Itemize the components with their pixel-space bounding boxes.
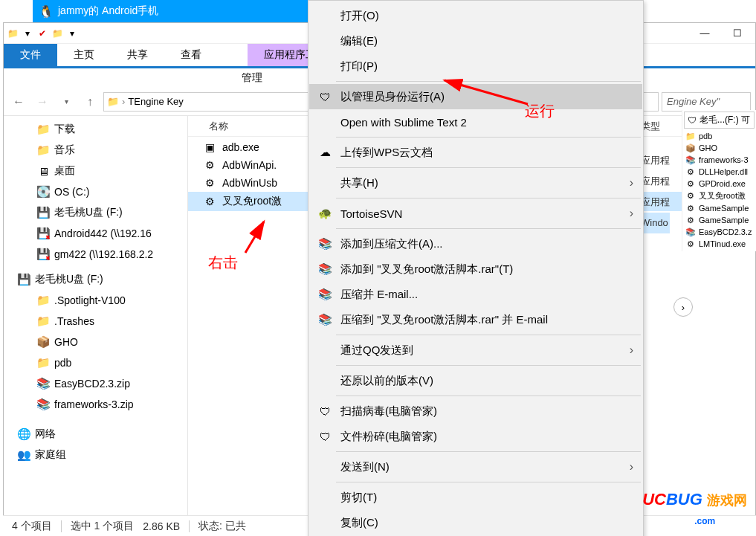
tab-file[interactable]: 文件 [4, 44, 57, 66]
preview-icon: ⚙ [685, 178, 696, 189]
folder-icon-2[interactable]: 📁 [51, 28, 63, 39]
menu-item[interactable]: 剪切(T) [309, 485, 642, 510]
tree-item[interactable]: 📁下载 [4, 119, 187, 140]
menu-item[interactable]: 🐢TortoiseSVN› [309, 201, 642, 226]
preview-item[interactable]: 📁pdb [684, 130, 755, 142]
tree-label: 桌面 [54, 164, 75, 178]
tree-item[interactable]: 💾老毛桃U盘 (F:) [4, 202, 187, 223]
menu-icon: 📚 [317, 312, 333, 327]
preview-item[interactable]: 📚EasyBCD2.3.z [684, 226, 755, 238]
tree-item[interactable]: 📚frameworks-3.zip [4, 394, 187, 415]
tab-view[interactable]: 查看 [164, 44, 218, 66]
menu-icon: 🛡 [317, 404, 333, 419]
menu-label: 文件粉碎(电脑管家) [340, 430, 633, 444]
tree-item[interactable]: 📁.Spotlight-V100 [4, 290, 187, 311]
menu-item[interactable]: 🛡文件粉碎(电脑管家) [309, 424, 642, 449]
menu-item[interactable]: 📚压缩并 E-mail... [309, 282, 642, 307]
folder-icon: 📁 [7, 28, 19, 39]
tree-footer-item[interactable]: 🌐网络 [4, 424, 187, 445]
preview-icon: ⚙ [685, 191, 696, 201]
dropdown-icon[interactable]: ▾ [22, 28, 33, 39]
preview-item[interactable]: ⚙GameSample [684, 202, 755, 214]
tree-icon: 💾 [36, 206, 50, 219]
menu-separator [336, 81, 641, 82]
tab-share[interactable]: 共享 [111, 44, 164, 66]
menu-item[interactable]: 📚添加到 "叉叉免root激活脚本.rar"(T) [309, 256, 642, 282]
tree-label: gm422 (\\192.168.2.2 [54, 248, 153, 260]
menu-label: Open with Sublime Text 2 [340, 116, 633, 129]
menu-item[interactable]: ☁上传到WPS云文档 [309, 140, 642, 165]
tree-icon: 📁 [36, 314, 50, 328]
menu-item[interactable]: 还原以前的版本(V) [309, 368, 642, 393]
tree-item[interactable]: 💽OS (C:) [4, 181, 187, 202]
file-icon: ⚙ [203, 159, 216, 171]
menu-label: 复制(C) [340, 516, 633, 530]
up-button[interactable]: ↑ [80, 91, 100, 112]
menu-label: 打印(P) [340, 59, 633, 74]
overflow-icon[interactable]: ▾ [66, 28, 78, 39]
menu-icon: 📚 [317, 236, 333, 251]
preview-item[interactable]: ⚙DLLHelper.dll [684, 166, 755, 178]
tree-label: 音乐 [54, 143, 75, 157]
file-name: AdbWinUsb [222, 177, 277, 189]
menu-icon [317, 114, 333, 129]
preview-icon: ⚙ [685, 215, 696, 225]
tree-icon: 🌐 [17, 427, 30, 441]
tab-manage[interactable]: 管理 [242, 71, 262, 85]
maximize-button[interactable]: ☐ [723, 25, 752, 42]
tree-group-header[interactable]: 💾老毛桃U盘 (F:) [4, 269, 187, 290]
menu-item[interactable]: Open with Sublime Text 2 [309, 109, 642, 135]
menu-item[interactable]: 🛡以管理员身份运行(A) [309, 84, 642, 109]
tree-item[interactable]: 📁音乐 [4, 140, 187, 161]
menu-item[interactable]: 📚添加到压缩文件(A)... [309, 231, 642, 256]
recent-button[interactable]: ▾ [56, 91, 77, 112]
breadcrumb-sep: › [122, 96, 125, 107]
back-button[interactable]: ← [8, 91, 29, 112]
tree-item[interactable]: 📁.Trashes [4, 311, 187, 332]
preview-item[interactable]: ⚙叉叉免root激 [684, 190, 755, 202]
menu-label: 通过QQ发送到 [340, 343, 622, 358]
context-menu: 打开(O)编辑(E)打印(P)🛡以管理员身份运行(A)Open with Sub… [308, 0, 644, 536]
menu-item[interactable]: 复制(C) [309, 510, 642, 535]
preview-icon: 📦 [685, 143, 696, 153]
next-circle-button[interactable]: › [673, 297, 693, 317]
tree-footer-item[interactable]: 👥家庭组 [4, 445, 187, 465]
menu-item[interactable]: 打印(P) [309, 54, 642, 79]
preview-item[interactable]: 📚frameworks-3 [684, 154, 755, 166]
menu-item[interactable]: 📚压缩到 "叉叉免root激活脚本.rar" 并 E-mail [309, 307, 642, 332]
col-name[interactable]: 名称 [203, 120, 234, 133]
menu-label: TortoiseSVN [340, 207, 622, 220]
preview-item[interactable]: ⚙GameSample [684, 214, 755, 226]
preview-item[interactable]: ⚙LMTinud.exe [684, 238, 755, 250]
minimize-button[interactable]: — [690, 25, 720, 42]
search-box[interactable]: Engine Key" [662, 92, 751, 112]
tree-item[interactable]: 💾gm422 (\\192.168.2.2 [4, 244, 187, 265]
menu-label: 上传到WPS云文档 [340, 146, 633, 160]
file-name: AdbWinApi. [222, 159, 277, 171]
menu-item[interactable]: 编辑(E) [309, 28, 642, 54]
menu-icon: 🛡 [317, 89, 333, 104]
tree-item[interactable]: 💾Android442 (\\192.16 [4, 223, 187, 244]
qq-title-text: jammy的 Android手机 [58, 4, 158, 18]
file-icon: ▣ [203, 141, 216, 153]
forward-button[interactable]: → [32, 91, 53, 112]
tab-home[interactable]: 主页 [57, 44, 111, 66]
tree-item[interactable]: 📦GHO [4, 332, 187, 352]
check-icon[interactable]: ✔ [36, 28, 48, 39]
tree-item[interactable]: 📁pdb [4, 352, 187, 373]
tree-item[interactable]: 🖥桌面 [4, 161, 187, 181]
tree-item[interactable]: 📚EasyBCD2.3.zip [4, 373, 187, 394]
menu-item[interactable]: 发送到(N)› [309, 454, 642, 480]
sidebar: 📁下载📁音乐🖥桌面💽OS (C:)💾老毛桃U盘 (F:)💾Android442 … [4, 116, 188, 535]
menu-item[interactable]: 共享(H)› [309, 170, 642, 196]
menu-item[interactable]: 打开(O) [309, 3, 642, 28]
preview-item[interactable]: ⚙GPDroid.exe [684, 178, 755, 190]
breadcrumb-part[interactable]: TEngine Key [128, 96, 183, 107]
menu-icon [317, 490, 333, 505]
preview-item[interactable]: 📦GHO [684, 142, 755, 154]
menu-label: 以管理员身份运行(A) [340, 90, 633, 104]
menu-separator [336, 198, 641, 198]
menu-label: 剪切(T) [340, 491, 633, 505]
menu-item[interactable]: 通过QQ发送到› [309, 338, 642, 363]
menu-item[interactable]: 🛡扫描病毒(电脑管家) [309, 398, 642, 424]
